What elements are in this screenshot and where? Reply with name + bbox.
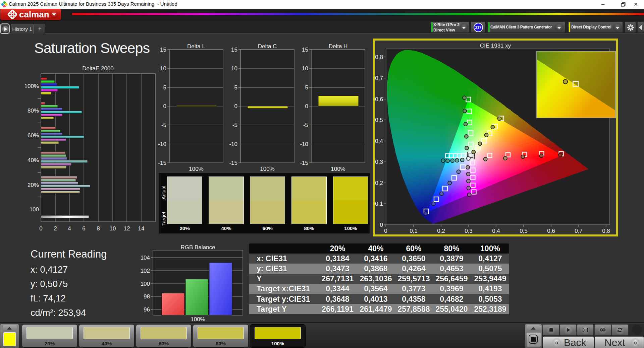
- svg-text:0: 0: [380, 222, 383, 228]
- svg-text:0,5: 0,5: [375, 117, 383, 123]
- svg-text:0,7: 0,7: [575, 228, 583, 234]
- svg-text:0,4: 0,4: [375, 138, 383, 144]
- svg-text:0,2: 0,2: [437, 228, 445, 234]
- svg-text:0,4: 0,4: [492, 228, 500, 234]
- svg-text:0: 0: [384, 228, 387, 234]
- svg-text:0,6: 0,6: [547, 228, 555, 234]
- svg-text:0,3: 0,3: [375, 159, 383, 165]
- svg-text:0,8: 0,8: [602, 228, 610, 234]
- svg-text:0,5: 0,5: [520, 228, 528, 234]
- svg-text:0,2: 0,2: [375, 180, 383, 186]
- svg-text:0,8: 0,8: [375, 54, 383, 60]
- svg-text:0,7: 0,7: [375, 75, 383, 81]
- svg-text:CIE 1931 xy: CIE 1931 xy: [480, 43, 511, 49]
- svg-text:0,3: 0,3: [465, 228, 473, 234]
- svg-text:0,6: 0,6: [375, 96, 383, 102]
- svg-text:0,1: 0,1: [375, 201, 383, 207]
- svg-text:0,1: 0,1: [410, 228, 418, 234]
